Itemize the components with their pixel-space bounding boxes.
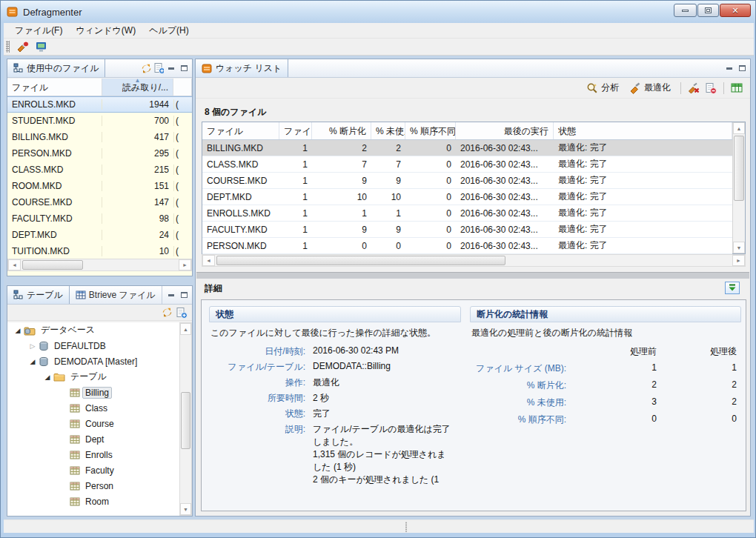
field-value: 2016-06-30 02:43 PM [313, 345, 461, 358]
vertical-scrollbar[interactable]: ▲ ▼ [179, 322, 192, 516]
table-row[interactable]: COURSE.MKD19902016-06-30 02:43...最適化: 完了 [202, 173, 732, 189]
table-row[interactable]: CLASS.MKD215( [7, 162, 192, 178]
new-page-icon[interactable] [153, 64, 164, 73]
stat-after: 2 [660, 379, 737, 392]
column-header-fragmented[interactable]: % 断片化 [312, 122, 371, 139]
expand-icon[interactable]: ▷ [27, 342, 39, 350]
column-header-unused[interactable]: % 未使用 [371, 122, 405, 139]
horizontal-scrollbar[interactable]: ◄ ► [202, 254, 746, 267]
column-header-out-of-order[interactable]: % 順序不同 [405, 122, 456, 139]
refresh-icon[interactable] [162, 307, 173, 318]
tree-item-billing[interactable]: Billing [7, 385, 192, 400]
tree-item-dept[interactable]: Dept [7, 431, 192, 447]
refresh-icon[interactable] [141, 64, 151, 73]
collapse-details-icon[interactable] [725, 282, 740, 294]
table-row[interactable]: BILLING.MKD417( [7, 129, 192, 145]
table-row[interactable]: ENROLLS.MKD11102016-06-30 02:43...最適化: 完… [202, 205, 732, 222]
monitor-icon[interactable] [33, 41, 50, 53]
tree-item-databases[interactable]: ◢ データベース [7, 322, 192, 338]
table-row[interactable]: BILLING.MKD12202016-06-30 02:43...最適化: 完… [202, 140, 732, 156]
view-minimize-icon[interactable] [724, 64, 735, 73]
tree-item-person[interactable]: Person [7, 478, 192, 494]
expand-icon[interactable]: ◢ [12, 327, 24, 334]
status-section-description: このファイルに対して最後に行った操作の詳細な状態。 [209, 322, 461, 345]
details-title: 詳細 [196, 282, 222, 295]
column-header-status[interactable]: 状態 [554, 122, 732, 139]
expand-icon[interactable]: ◢ [27, 358, 39, 365]
table-row[interactable]: PERSON.MKD295( [7, 145, 192, 162]
add-to-watchlist-icon[interactable] [13, 40, 33, 53]
expand-icon[interactable]: ◢ [42, 373, 53, 381]
tree-item-room[interactable]: Room [7, 494, 192, 509]
grid-file-icon [76, 290, 86, 300]
watch-list-table: ファイル ファイル サ... % 断片化 % 未使用 % 順序不同 最後の実行 … [202, 122, 746, 254]
stat-after: 1 [660, 362, 737, 375]
tab-label: Btrieve ファイル [89, 289, 156, 302]
database-icon [39, 356, 49, 367]
menu-window[interactable]: ウィンドウ(W) [69, 23, 142, 39]
tree-item-defaultdb[interactable]: ▷ DEFAULTDB [7, 338, 192, 353]
view-maximize-icon[interactable] [179, 64, 189, 73]
column-header-reads[interactable]: ▲読み取り/... [102, 79, 173, 96]
tree-item-enrolls[interactable]: Enrolls [7, 447, 192, 462]
table-icon [70, 388, 80, 397]
tab-files-in-use[interactable]: 使用中のファイル [7, 59, 105, 77]
column-header-last-run[interactable]: 最後の実行 [456, 122, 554, 139]
new-page-icon[interactable] [176, 307, 188, 319]
field-label: ファイル/テーブル: [209, 361, 305, 373]
table-row[interactable]: ROOM.MKD151( [7, 178, 192, 194]
table-row[interactable]: PERSON.MKD10002016-06-30 02:43...最適化: 完了 [202, 238, 732, 254]
table-row[interactable]: DEPT.MKD1101002016-06-30 02:43...最適化: 完了 [202, 189, 732, 205]
horizontal-scrollbar[interactable]: ◄ ► [7, 259, 192, 271]
status-grip[interactable] [405, 522, 408, 532]
maximize-button[interactable] [697, 4, 719, 17]
table-row[interactable]: STUDENT.MKD700( [7, 113, 192, 129]
column-header-file[interactable]: ファイル [202, 122, 279, 139]
tab-tables[interactable]: テーブル [7, 286, 70, 304]
column-header-size[interactable]: ファイル サ... [279, 122, 312, 139]
app-window: Defragmenter ✕ ファイル(F) ウィンドウ(W) ヘルプ(H) [0, 0, 756, 538]
tree-item-tables-folder[interactable]: ◢ テーブル [7, 369, 192, 385]
view-minimize-icon[interactable] [166, 290, 176, 300]
menu-file[interactable]: ファイル(F) [8, 23, 69, 39]
folder-icon [53, 372, 65, 382]
files-in-use-table: ファイル ▲読み取り/... ENROLLS.MKD1944( STUDENT.… [7, 79, 192, 276]
tree-item-class[interactable]: Class [7, 400, 192, 416]
stat-before: 1 [569, 362, 657, 375]
hierarchy-icon [13, 290, 24, 300]
table-row[interactable]: FACULTY.MKD98( [7, 210, 192, 227]
menu-help[interactable]: ヘルプ(H) [142, 23, 196, 39]
toolbar-grip[interactable] [6, 41, 10, 53]
view-minimize-icon[interactable] [166, 64, 176, 73]
table-row[interactable]: TUITION.MKD10( [7, 243, 192, 259]
minimize-button[interactable] [674, 4, 697, 17]
details-header: 詳細 [196, 279, 750, 298]
stat-label: % 順序不同: [470, 414, 566, 426]
view-maximize-icon[interactable] [179, 290, 189, 300]
analyze-button[interactable]: 分析 [583, 80, 622, 96]
tree-item-course[interactable]: Course [7, 416, 192, 431]
table-row[interactable]: CLASS.MKD17702016-06-30 02:43...最適化: 完了 [202, 156, 732, 173]
table-row[interactable]: DEPT.MKD24( [7, 227, 192, 243]
tab-watch-list[interactable]: ウォッチ リスト [196, 59, 288, 77]
tree-item-demodata[interactable]: ◢ DEMODATA [Master] [7, 353, 192, 369]
tree-item-faculty[interactable]: Faculty [7, 462, 192, 478]
status-bar [4, 519, 754, 533]
remove-from-watchlist-icon[interactable] [688, 82, 700, 94]
table-row[interactable]: COURSE.MKD147( [7, 194, 192, 210]
vertical-scrollbar[interactable]: ▲ ▼ [732, 122, 745, 253]
database-tree: ◢ データベース ▷ DEFAULTDB ◢ [7, 322, 192, 516]
remove-page-icon[interactable] [705, 82, 717, 94]
tab-btrieve-files[interactable]: Btrieve ファイル [70, 286, 162, 304]
view-maximize-icon[interactable] [737, 64, 747, 73]
stat-before: 3 [569, 396, 657, 409]
table-row[interactable]: ENROLLS.MKD1944( [7, 96, 192, 113]
details-sash[interactable] [196, 272, 749, 279]
hierarchy-icon [13, 63, 24, 73]
optimize-button[interactable]: 最適化 [626, 80, 674, 96]
table-row[interactable]: FACULTY.MKD19902016-06-30 02:43...最適化: 完… [202, 222, 732, 238]
grid-view-icon[interactable] [731, 83, 743, 93]
close-button[interactable]: ✕ [720, 4, 751, 17]
app-icon [7, 6, 19, 18]
column-header-file[interactable]: ファイル [7, 79, 102, 96]
